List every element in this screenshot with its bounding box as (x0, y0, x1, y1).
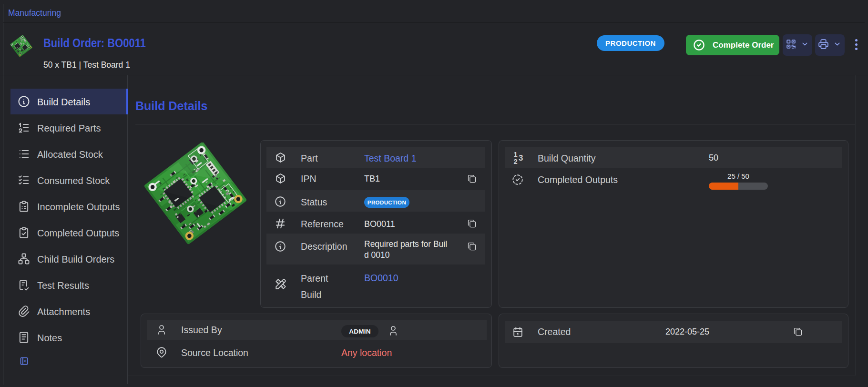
svg-text:2: 2 (513, 158, 517, 164)
svg-text:3: 3 (519, 153, 523, 163)
